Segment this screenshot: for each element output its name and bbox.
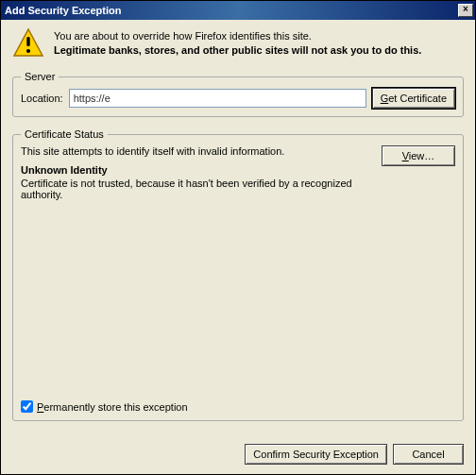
- unknown-identity-heading: Unknown Identity: [21, 164, 374, 176]
- permanent-store-label[interactable]: Permanently store this exception: [37, 401, 188, 413]
- permanent-store-row: Permanently store this exception: [21, 400, 455, 413]
- cancel-button[interactable]: Cancel: [393, 444, 464, 465]
- close-button[interactable]: ×: [458, 4, 473, 17]
- view-certificate-button[interactable]: View…: [382, 145, 455, 166]
- confirm-security-exception-button[interactable]: Confirm Security Exception: [245, 444, 387, 465]
- server-legend: Server: [21, 71, 59, 82]
- certificate-status-fieldset: Certificate Status This site attempts to…: [12, 128, 464, 421]
- warning-row: You are about to override how Firefox id…: [12, 27, 464, 59]
- location-label: Location:: [21, 93, 63, 104]
- get-certificate-button[interactable]: Get Certificate: [372, 88, 455, 109]
- warning-icon: [12, 27, 44, 59]
- dialog-content: You are about to override how Firefox id…: [1, 20, 475, 438]
- warning-line2: Legitimate banks, stores, and other publ…: [54, 43, 464, 58]
- window-title: Add Security Exception: [5, 5, 121, 16]
- certificate-status-legend: Certificate Status: [21, 128, 108, 140]
- cert-status-line: This site attempts to identify itself wi…: [21, 145, 374, 157]
- warning-text: You are about to override how Firefox id…: [54, 27, 464, 59]
- permanent-store-checkbox[interactable]: [21, 400, 33, 413]
- close-icon: ×: [463, 4, 468, 14]
- titlebar[interactable]: Add Security Exception ×: [1, 1, 475, 20]
- server-fieldset: Server Location: Get Certificate: [12, 71, 464, 117]
- dialog-footer: Confirm Security Exception Cancel: [1, 438, 475, 474]
- svg-rect-1: [26, 37, 29, 46]
- unknown-identity-reason: Certificate is not trusted, because it h…: [21, 178, 374, 200]
- location-input[interactable]: [69, 89, 366, 108]
- svg-point-2: [26, 49, 30, 53]
- warning-line1: You are about to override how Firefox id…: [54, 29, 464, 43]
- dialog-window: Add Security Exception × You are about t…: [0, 0, 476, 475]
